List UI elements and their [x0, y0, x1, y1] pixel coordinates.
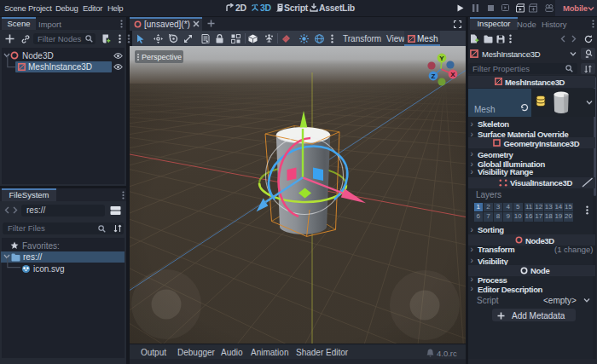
- svg-text:X: X: [450, 71, 455, 78]
- svg-text:Y: Y: [439, 55, 444, 62]
- svg-text:Z: Z: [432, 72, 436, 80]
